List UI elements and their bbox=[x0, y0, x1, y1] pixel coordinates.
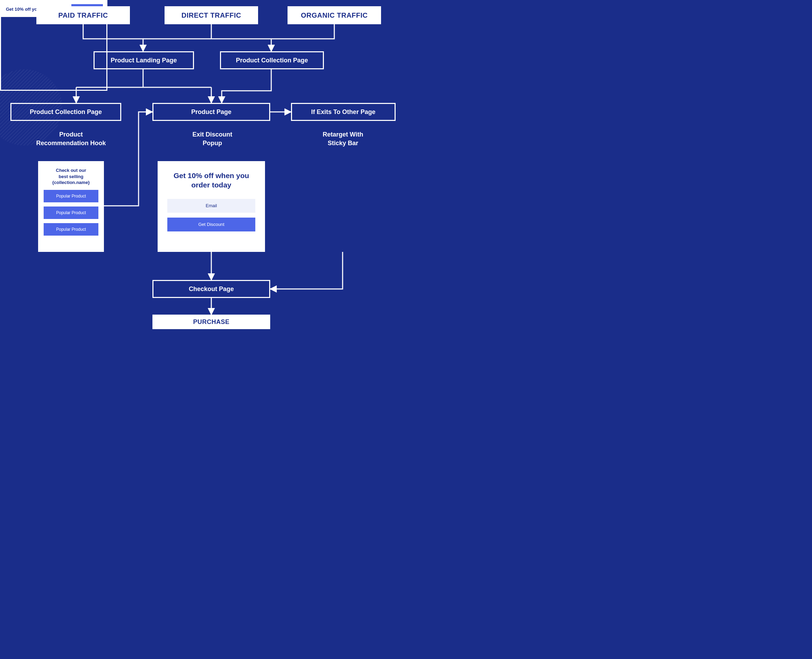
node-product-collection-page-left: Product Collection Page bbox=[10, 103, 121, 121]
email-field[interactable]: Email bbox=[167, 199, 255, 213]
popular-product-2-label: Popular Product bbox=[56, 210, 86, 215]
node-product-collection-page-top: Product Collection Page bbox=[220, 51, 324, 69]
node-if-exits: If Exits To Other Page bbox=[291, 103, 396, 121]
popular-product-1-label: Popular Product bbox=[56, 194, 86, 199]
node-purchase: PURCHASE bbox=[153, 315, 270, 329]
popular-product-button-2[interactable]: Popular Product bbox=[44, 207, 98, 219]
product-collection-page-top-label: Product Collection Page bbox=[236, 57, 308, 64]
popup-heading: Get 10% off when you order today bbox=[167, 171, 255, 190]
node-product-landing-page: Product Landing Page bbox=[94, 51, 194, 69]
recommendation-heading: Check out our best selling {collection.n… bbox=[52, 167, 90, 186]
label-exit-discount-popup: Exit Discount Popup bbox=[174, 130, 250, 148]
get-discount-button[interactable]: Get Discount bbox=[167, 218, 255, 232]
paid-traffic-label: PAID TRAFFIC bbox=[58, 11, 108, 19]
product-collection-page-left-label: Product Collection Page bbox=[30, 109, 102, 116]
exit-popup-card: Get 10% off when you order today Email G… bbox=[157, 161, 265, 252]
popular-product-3-label: Popular Product bbox=[56, 227, 86, 232]
node-product-page: Product Page bbox=[153, 103, 270, 121]
product-page-label: Product Page bbox=[191, 109, 231, 116]
popular-product-button-1[interactable]: Popular Product bbox=[44, 190, 98, 202]
label-retarget-sticky-bar: Retarget With Sticky Bar bbox=[303, 130, 383, 148]
direct-traffic-label: DIRECT TRAFFIC bbox=[181, 11, 241, 19]
organic-traffic-label: ORGANIC TRAFFIC bbox=[301, 11, 368, 19]
email-placeholder: Email bbox=[206, 203, 217, 208]
product-landing-page-label: Product Landing Page bbox=[110, 57, 177, 64]
label-recommendation-hook: Product Recommendation Hook bbox=[30, 130, 113, 148]
popular-product-button-3[interactable]: Popular Product bbox=[44, 223, 98, 236]
get-discount-label: Get Discount bbox=[198, 222, 224, 227]
node-organic-traffic: ORGANIC TRAFFIC bbox=[288, 6, 381, 24]
checkout-page-label: Checkout Page bbox=[189, 285, 234, 293]
node-paid-traffic: PAID TRAFFIC bbox=[36, 6, 130, 24]
node-direct-traffic: DIRECT TRAFFIC bbox=[165, 6, 258, 24]
recommendation-card: Check out our best selling {collection.n… bbox=[38, 161, 104, 252]
purchase-label: PURCHASE bbox=[193, 318, 229, 326]
node-checkout-page: Checkout Page bbox=[153, 280, 270, 298]
if-exits-label: If Exits To Other Page bbox=[311, 109, 376, 116]
